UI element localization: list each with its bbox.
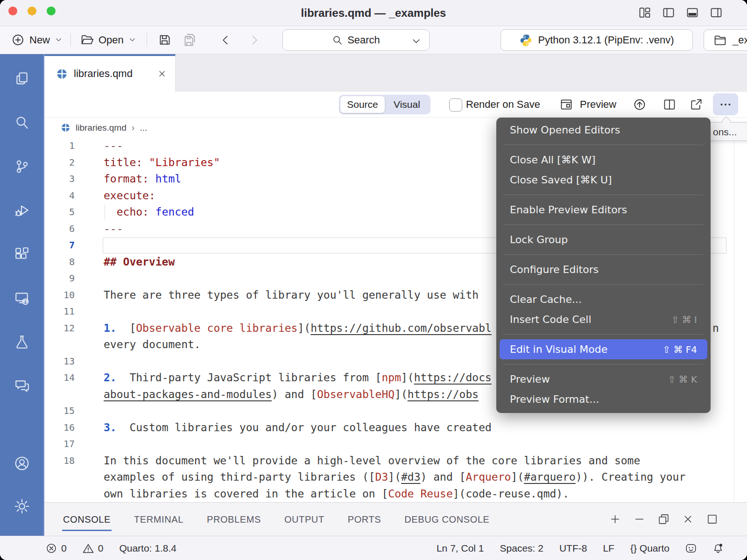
code-row[interactable]: 17 — [44, 436, 747, 453]
preview-icon[interactable] — [560, 98, 573, 111]
ellipsis-icon — [719, 98, 733, 112]
menu-item[interactable]: Lock Group — [500, 230, 707, 250]
save-button[interactable] — [158, 26, 171, 54]
line-number: 3 — [44, 171, 85, 188]
status-item-warning[interactable]: 0 — [83, 543, 104, 554]
panel-tab-problems[interactable]: PROBLEMS — [206, 508, 262, 531]
panel-right-icon[interactable] — [710, 6, 723, 19]
sidebar-settings[interactable] — [14, 498, 30, 514]
status-item[interactable]: UTF-8 — [559, 543, 587, 554]
open-in-new-window-icon[interactable] — [690, 98, 703, 111]
navigate-back-button[interactable] — [219, 26, 232, 54]
sidebar-comments[interactable] — [14, 378, 30, 394]
line-number — [44, 386, 85, 403]
panel-minus-icon[interactable] — [634, 513, 645, 525]
menu-item-label: Clear Cache... — [510, 294, 582, 305]
sidebar-source-control[interactable] — [14, 159, 30, 175]
layout-icon[interactable] — [638, 6, 651, 19]
render-icon[interactable] — [633, 98, 646, 111]
panel-tab-list: CONSOLETERMINALPROBLEMSOUTPUTPORTSDEBUG … — [62, 508, 491, 531]
folder-open-icon — [80, 33, 94, 47]
panel-tab-terminal[interactable]: TERMINAL — [133, 508, 184, 531]
panel-plus-icon[interactable] — [609, 513, 621, 525]
render-on-save-checkbox[interactable] — [449, 98, 462, 112]
open-button[interactable]: Open — [80, 26, 136, 54]
code-text: echo: fenced — [85, 204, 194, 221]
testing-icon — [14, 334, 30, 350]
menu-item[interactable]: Edit in Visual Mode ⇧ ⌘ F4 — [500, 339, 707, 359]
menu-item[interactable]: Clear Cache... — [500, 289, 707, 309]
line-number — [44, 486, 85, 503]
menu-item[interactable]: Preview ⇧ ⌘ K — [500, 369, 707, 389]
tab-close-icon[interactable] — [157, 69, 167, 78]
sidebar-extensions[interactable] — [14, 246, 30, 262]
status-item[interactable]: Spaces: 2 — [500, 543, 543, 554]
folder-icon — [713, 34, 727, 47]
menu-item-shortcut: ⇧ ⌘ I — [671, 314, 697, 325]
panel-tab-output[interactable]: OUTPUT — [283, 508, 325, 531]
panel-bottom-icon[interactable] — [686, 6, 699, 19]
visual-mode-button[interactable]: Visual — [385, 96, 429, 113]
menu-separator — [504, 195, 703, 195]
panel-tab-console[interactable]: CONSOLE — [62, 508, 112, 531]
source-mode-button[interactable]: Source — [340, 96, 385, 113]
panel-actions — [609, 513, 747, 525]
code-row[interactable]: 18In this document we'll provide a high-… — [44, 453, 747, 469]
menu-item[interactable]: Close Saved [⌘K U] — [500, 170, 707, 190]
toolbar-separator — [70, 33, 71, 47]
code-row[interactable]: 163. Custom libraries you and/or your co… — [44, 420, 747, 436]
tab-libraries-qmd[interactable]: libraries.qmd — [44, 54, 176, 91]
line-number: 15 — [44, 403, 85, 420]
tab-label: libraries.qmd — [74, 68, 151, 80]
status-item-text: UTF-8 — [559, 543, 587, 554]
panel-close-icon[interactable] — [682, 513, 694, 525]
status-item[interactable]: LF — [603, 543, 614, 554]
error-icon — [46, 543, 57, 554]
window-title: libraries.qmd — _examples — [0, 0, 747, 26]
source-control-icon — [14, 159, 30, 175]
interpreter-selector[interactable]: Python 3.12.1 (PipEnv: .venv) — [500, 29, 693, 51]
panel-restore-icon[interactable] — [658, 513, 669, 525]
status-item-text: Spaces: 2 — [500, 543, 543, 554]
menu-separator — [504, 334, 703, 335]
status-item-bell-dot[interactable] — [712, 543, 724, 554]
status-item[interactable]: Quarto: 1.8.4 — [119, 543, 176, 554]
status-item-feedback[interactable] — [685, 543, 697, 554]
sidebar-debug[interactable] — [14, 203, 30, 218]
panel-left-icon[interactable] — [662, 6, 675, 19]
menu-item[interactable]: Close All [⌘K W] — [500, 150, 707, 170]
sidebar-testing[interactable] — [14, 334, 30, 350]
titlebar: libraries.qmd — _examples — [0, 0, 747, 26]
sidebar-search[interactable] — [14, 115, 30, 131]
save-all-button[interactable] — [183, 26, 197, 54]
new-button[interactable]: New — [11, 26, 63, 54]
panel-tab-debug-console[interactable]: DEBUG CONSOLE — [403, 508, 490, 531]
chevron-down-icon — [411, 36, 422, 47]
sidebar-remote[interactable] — [14, 290, 30, 306]
project-folder-button[interactable]: _examples — [704, 29, 747, 51]
search-box[interactable]: Search — [282, 29, 430, 51]
menu-item-shortcut: ⇧ ⌘ F4 — [662, 344, 697, 355]
split-editor-icon[interactable] — [663, 98, 676, 111]
status-item[interactable]: {} Quarto — [630, 543, 669, 554]
status-item-error[interactable]: 0 — [46, 543, 67, 554]
menu-item[interactable]: Preview Format... — [500, 389, 707, 409]
preview-button-label[interactable]: Preview — [580, 98, 616, 111]
breadcrumb-file[interactable]: libraries.qmd — [76, 123, 127, 133]
code-row[interactable]: own libraries is covered in the article … — [44, 486, 747, 503]
menu-item[interactable]: Insert Code Cell ⇧ ⌘ I — [500, 309, 707, 329]
sidebar-account[interactable] — [14, 455, 30, 471]
breadcrumb-more[interactable]: ... — [140, 123, 147, 133]
status-item[interactable]: Ln 7, Col 1 — [437, 543, 484, 554]
panel-tab-ports[interactable]: PORTS — [347, 508, 382, 531]
menu-item[interactable]: Show Opened Editors — [500, 120, 707, 140]
code-row[interactable]: examples of using third-party libraries … — [44, 469, 747, 486]
menu-item[interactable]: Configure Editors — [500, 259, 707, 280]
sidebar-explorer[interactable] — [14, 71, 30, 87]
menu-item[interactable]: Enable Preview Editors — [500, 200, 707, 220]
panel-maximize-icon[interactable] — [706, 513, 718, 525]
line-number: 12 — [44, 320, 85, 337]
code-text: every document. — [85, 336, 201, 353]
navigate-forward-button[interactable] — [248, 26, 261, 54]
more-actions-button[interactable] — [713, 93, 738, 115]
